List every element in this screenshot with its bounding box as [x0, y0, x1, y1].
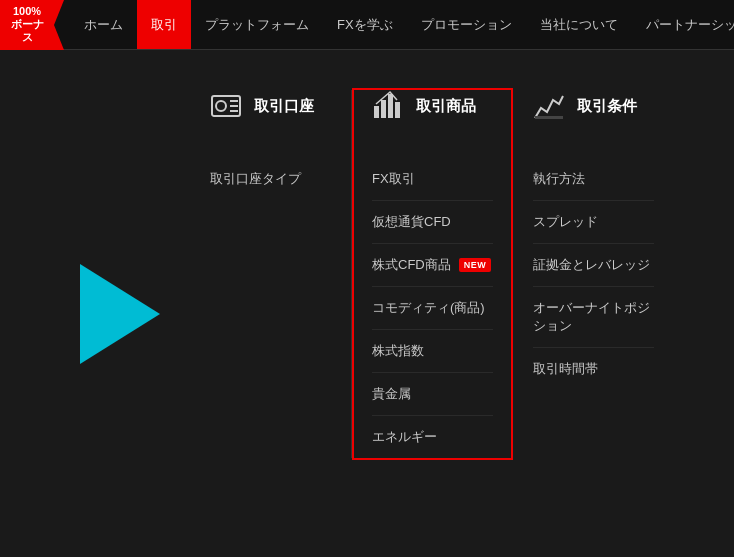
svg-point-1 — [216, 101, 226, 111]
nav-menu: ホーム 取引 プラットフォーム FXを学ぶ プロモーション 当社について パート… — [54, 0, 734, 49]
menu-item-metals[interactable]: 貴金属 — [372, 373, 493, 416]
dropdown-menu: 取引口座 取引口座タイプ 取引商品 — [0, 50, 734, 498]
nav-item-platform[interactable]: プラットフォーム — [191, 0, 323, 49]
nav-item-learn[interactable]: FXを学ぶ — [323, 0, 407, 49]
bonus-line2: ボーナス — [8, 18, 46, 44]
column-title-account: 取引口座 — [254, 97, 314, 116]
column-trading-products: 取引商品 FX取引 仮想通貨CFD 株式CFD商品 NEW コモディティ(商品)… — [352, 88, 513, 460]
conditions-icon — [533, 90, 565, 122]
menu-item-spread[interactable]: スプレッド — [533, 201, 654, 244]
svg-rect-8 — [395, 102, 400, 118]
menu-item-fx[interactable]: FX取引 — [372, 158, 493, 201]
nav-item-promotions[interactable]: プロモーション — [407, 0, 526, 49]
menu-columns: 取引口座 取引口座タイプ 取引商品 — [190, 90, 674, 458]
column-header-conditions: 取引条件 — [533, 90, 654, 134]
conditions-menu-items: 執行方法 スプレッド 証拠金とレバレッジ オーバーナイトポジション 取引時間帯 — [533, 158, 654, 390]
menu-item-stocks-cfd[interactable]: 株式CFD商品 NEW — [372, 244, 493, 287]
menu-item-commodities[interactable]: コモディティ(商品) — [372, 287, 493, 330]
menu-item-margin[interactable]: 証拠金とレバレッジ — [533, 244, 654, 287]
column-title-conditions: 取引条件 — [577, 97, 637, 116]
menu-item-execution[interactable]: 執行方法 — [533, 158, 654, 201]
svg-rect-6 — [381, 100, 386, 118]
column-header-products: 取引商品 — [372, 90, 493, 134]
account-menu-items: 取引口座タイプ — [210, 158, 331, 200]
menu-item-account-type[interactable]: 取引口座タイプ — [210, 158, 331, 200]
svg-rect-7 — [388, 94, 393, 118]
nav-item-about[interactable]: 当社について — [526, 0, 632, 49]
account-icon — [210, 90, 242, 122]
bonus-badge[interactable]: 100% ボーナス — [0, 0, 54, 50]
column-trading-account: 取引口座 取引口座タイプ — [190, 90, 352, 458]
menu-item-indices[interactable]: 株式指数 — [372, 330, 493, 373]
bonus-line1: 100% — [13, 5, 41, 18]
menu-item-crypto[interactable]: 仮想通貨CFD — [372, 201, 493, 244]
cyan-arrow-icon — [80, 264, 160, 364]
navbar: 100% ボーナス ホーム 取引 プラットフォーム FXを学ぶ プロモーション … — [0, 0, 734, 50]
column-title-products: 取引商品 — [416, 97, 476, 116]
menu-item-trading-hours[interactable]: 取引時間帯 — [533, 348, 654, 390]
menu-item-overnight[interactable]: オーバーナイトポジション — [533, 287, 654, 348]
products-menu-items: FX取引 仮想通貨CFD 株式CFD商品 NEW コモディティ(商品) 株式指数… — [372, 158, 493, 458]
column-trading-conditions: 取引条件 執行方法 スプレッド 証拠金とレバレッジ オーバーナイトポジション 取… — [513, 90, 674, 458]
nav-item-trading[interactable]: 取引 — [137, 0, 191, 49]
svg-rect-9 — [535, 116, 563, 119]
nav-item-partnership[interactable]: パートナーシップ — [632, 0, 734, 49]
new-badge: NEW — [459, 258, 492, 272]
products-icon — [372, 90, 404, 122]
column-header-account: 取引口座 — [210, 90, 331, 134]
nav-item-home[interactable]: ホーム — [70, 0, 137, 49]
svg-rect-5 — [374, 106, 379, 118]
menu-item-energy[interactable]: エネルギー — [372, 416, 493, 458]
arrow-section — [60, 90, 180, 458]
